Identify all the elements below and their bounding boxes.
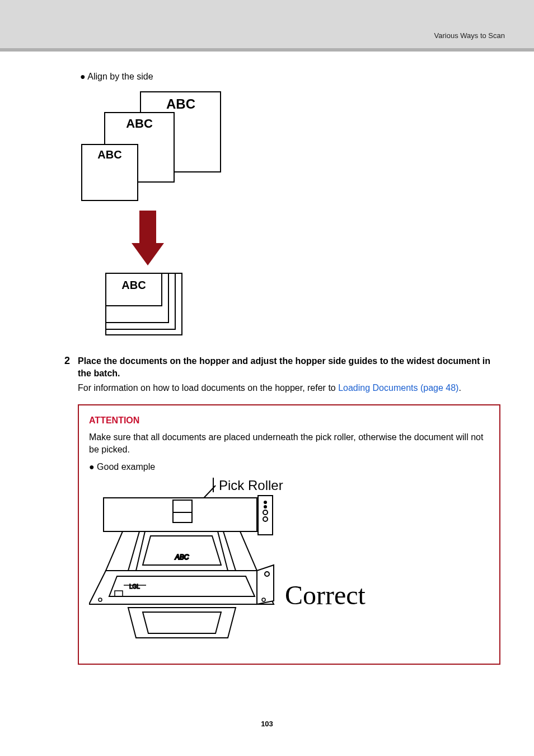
step-text-after: . xyxy=(458,383,461,393)
svg-marker-26 xyxy=(257,565,274,604)
step-number: 2 xyxy=(64,355,78,665)
header-band: Various Ways to Scan xyxy=(0,0,534,52)
breadcrumb: Various Ways to Scan xyxy=(434,31,505,40)
step-2: 2 Place the documents on the hopper and … xyxy=(64,355,500,665)
good-example-label: ● Good example xyxy=(89,462,489,472)
pick-roller-label: Pick Roller xyxy=(219,478,283,493)
attention-heading: ATTENTION xyxy=(89,416,489,426)
step-text-before: For information on how to load documents… xyxy=(78,383,338,393)
step-text: For information on how to load documents… xyxy=(78,381,500,394)
step-title: Place the documents on the hopper and ad… xyxy=(78,355,500,380)
svg-marker-25 xyxy=(143,612,221,633)
attention-box: ATTENTION Make sure that all documents a… xyxy=(78,404,500,665)
arrow-down-icon xyxy=(132,211,164,265)
loading-documents-link[interactable]: Loading Documents (page 48) xyxy=(338,383,458,393)
svg-rect-21 xyxy=(173,500,192,512)
svg-text:LGL: LGL xyxy=(129,584,140,590)
bullet-align-side: ● Align by the side xyxy=(80,72,500,82)
attention-body: Make sure that all documents are placed … xyxy=(89,431,489,456)
abc-label: ABC xyxy=(121,279,146,291)
correct-label: Correct xyxy=(285,580,366,610)
svg-rect-3 xyxy=(139,211,156,244)
abc-label: ABC xyxy=(166,96,195,111)
page-number: 103 xyxy=(0,720,534,728)
abc-label: ABC xyxy=(126,116,153,130)
content-area: ● Align by the side ABC ABC ABC ABC 2 xyxy=(0,52,534,665)
svg-point-13 xyxy=(264,501,266,503)
header-accent xyxy=(0,48,534,52)
abc-label: ABC xyxy=(175,553,189,561)
diagram-scanner-correct: Pick Roller xyxy=(89,475,489,657)
abc-label: ABC xyxy=(97,148,121,161)
svg-marker-4 xyxy=(132,243,164,265)
diagram-align-side: ABC ABC ABC ABC xyxy=(80,88,500,343)
svg-point-14 xyxy=(264,506,266,508)
